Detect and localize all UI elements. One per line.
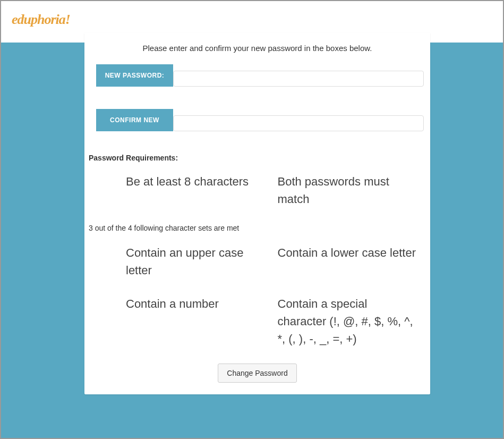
change-password-button[interactable]: Change Password	[218, 364, 296, 383]
confirm-password-input[interactable]	[173, 115, 424, 131]
requirements-title: Password Requirements:	[84, 154, 430, 162]
password-card: Please enter and confirm your new passwo…	[84, 33, 430, 394]
instruction-text: Please enter and confirm your new passwo…	[84, 44, 430, 53]
confirm-password-row: CONFIRM NEW	[84, 109, 430, 131]
req-uppercase: Contain an upper case letter	[126, 244, 267, 279]
new-password-input[interactable]	[173, 71, 424, 87]
req-match: Both passwords must match	[278, 173, 419, 208]
requirements-secondary-grid: Contain an upper case letter Contain a l…	[84, 244, 430, 348]
header: eduphoria!	[1, 1, 503, 33]
requirements-primary-grid: Be at least 8 characters Both passwords …	[84, 173, 430, 208]
req-lowercase: Contain a lower case letter	[278, 244, 419, 279]
req-min-length: Be at least 8 characters	[126, 173, 267, 208]
confirm-password-label: CONFIRM NEW	[96, 109, 173, 131]
req-special: Contain a special character (!, @, #, $,…	[278, 295, 419, 348]
button-row: Change Password	[84, 364, 430, 383]
req-number: Contain a number	[126, 295, 267, 348]
logo: eduphoria!	[12, 12, 492, 28]
requirements-subheading: 3 out of the 4 following character sets …	[84, 224, 430, 232]
new-password-row: NEW PASSWORD:	[84, 64, 430, 87]
new-password-label: NEW PASSWORD:	[96, 64, 173, 87]
